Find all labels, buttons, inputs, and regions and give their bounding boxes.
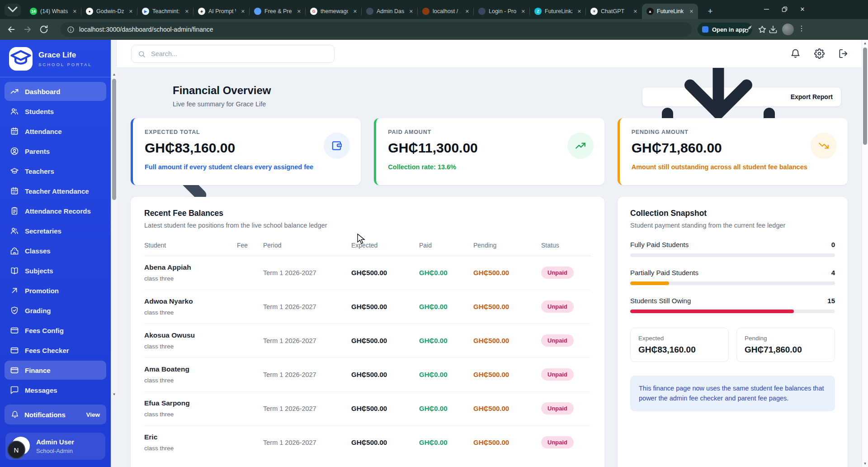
trenddown-icon xyxy=(811,133,837,159)
window-minimize-button[interactable] xyxy=(763,6,769,12)
pending-cell: GH₵500.00 xyxy=(473,303,541,310)
browser-reload-button[interactable] xyxy=(39,24,49,34)
expected-cell: GH₵500.00 xyxy=(351,269,419,276)
address-bar[interactable]: localhost:3000/dashboard/school-admin/fi… xyxy=(61,22,692,37)
sidebar-item-students[interactable]: Students xyxy=(5,102,106,121)
url-text: localhost:3000/dashboard/school-admin/fi… xyxy=(79,26,213,33)
export-report-button[interactable]: Export Report xyxy=(642,87,841,107)
sidebar-item-grading[interactable]: Grading xyxy=(5,301,106,320)
browser-tab[interactable]: Z FutureLinkz ✕ xyxy=(530,4,586,19)
tab-close-icon[interactable]: ✕ xyxy=(688,8,695,15)
password-key-icon[interactable] xyxy=(744,25,753,34)
stat-label: PAID AMOUNT xyxy=(388,129,592,135)
scroll-up-arrow-icon[interactable]: ▲ xyxy=(862,41,868,45)
paid-cell: GH₵0.00 xyxy=(419,303,473,310)
browser-tab[interactable]: ✳ ChatGPT ✕ xyxy=(586,4,642,19)
tab-close-icon[interactable]: ✕ xyxy=(127,8,135,15)
table-row[interactable]: Eric class three Term 1 2026-2027 GH₵500… xyxy=(144,426,591,459)
tab-close-icon[interactable]: ✕ xyxy=(351,8,359,15)
table-row[interactable]: Abena Appiah class three Term 1 2026-202… xyxy=(144,256,591,290)
expected-cell: GH₵500.00 xyxy=(351,303,419,310)
chevron-down-icon xyxy=(5,1,21,19)
browser-tab[interactable]: Login - Prom ✕ xyxy=(474,4,530,19)
browser-menu-icon[interactable]: ⋮ xyxy=(798,24,805,33)
sidebar-item-fees-checker[interactable]: Fees Checker xyxy=(5,341,106,360)
tab-close-icon[interactable]: ✕ xyxy=(71,8,79,15)
table-row[interactable]: Akosua Owusu class three Term 1 2026-202… xyxy=(144,324,591,358)
scroll-down-arrow-icon[interactable]: ▼ xyxy=(862,462,868,466)
recent-fee-balances-card: Recent Fee Balances Latest student fee p… xyxy=(131,197,604,467)
pending-cell: GH₵500.00 xyxy=(473,371,541,378)
tab-close-icon[interactable]: ✕ xyxy=(183,8,191,15)
user-card[interactable]: N Admin User School-Admin xyxy=(5,433,105,460)
progress-fill xyxy=(630,310,794,313)
header-bell-icon[interactable] xyxy=(790,48,801,59)
browser-tab[interactable]: localhost / 1 ✕ xyxy=(418,4,474,19)
browser-tab[interactable]: Admin Dash ✕ xyxy=(362,4,418,19)
sidebar-item-messages[interactable]: Messages xyxy=(5,381,106,400)
browser-profile-avatar[interactable] xyxy=(782,24,794,35)
browser-back-button[interactable] xyxy=(6,24,16,34)
download-icon[interactable] xyxy=(769,25,778,34)
table-row[interactable]: Adwoa Nyarko class three Term 1 2026-202… xyxy=(144,290,591,324)
table-row[interactable]: Ama Boateng class three Term 1 2026-2027… xyxy=(144,358,591,392)
tab-favicon: ✳ xyxy=(590,8,598,15)
metric-value: 4 xyxy=(831,269,835,276)
tab-close-icon[interactable]: ✕ xyxy=(239,8,247,15)
shieldcheck-icon xyxy=(10,306,19,315)
tab-close-icon[interactable]: ✕ xyxy=(632,8,639,15)
browser-tab[interactable]: ● Godwin-Dzo ✕ xyxy=(81,4,137,19)
metric-label: Partially Paid Students xyxy=(630,269,698,276)
browser-tab[interactable]: ◈ AI Prompt W ✕ xyxy=(193,4,250,19)
sidebar-item-teacher-attendance[interactable]: Teacher Attendance xyxy=(5,181,106,200)
bookmark-star-icon[interactable] xyxy=(758,25,767,34)
browser-tab[interactable]: G themewagon ✕ xyxy=(306,4,362,19)
stat-card: PAID AMOUNT GH₵11,300.00 Collection rate… xyxy=(374,118,604,185)
sidebar-item-secretaries[interactable]: Secretaries xyxy=(5,221,106,240)
sidebar-item-attendance[interactable]: Attendance xyxy=(5,122,106,141)
new-tab-button[interactable]: + xyxy=(704,5,716,17)
sidebar-item-attendance-records[interactable]: Attendance Records xyxy=(5,201,106,220)
header-logout-icon[interactable] xyxy=(838,48,849,59)
tab-close-icon[interactable]: ✕ xyxy=(463,8,471,15)
tab-search-button[interactable] xyxy=(5,4,21,16)
card-icon xyxy=(10,346,19,355)
browser-tab[interactable]: ▲ FutureLink - ✕ xyxy=(642,4,698,19)
period-cell: Term 1 2026-2027 xyxy=(263,269,351,276)
sidebar-item-notifications[interactable]: Notifications View xyxy=(5,405,106,424)
site-info-icon[interactable] xyxy=(67,26,75,33)
sidebar-item-parents[interactable]: Parents xyxy=(5,142,106,161)
bell-icon xyxy=(11,410,19,419)
tab-favicon: ● xyxy=(86,8,93,15)
notifications-view-button[interactable]: View xyxy=(86,411,100,418)
browser-tab[interactable]: ▶ Teachmint: B ✕ xyxy=(137,4,193,19)
paid-cell: GH₵0.00 xyxy=(419,337,473,344)
sidebar-item-promotion[interactable]: Promotion xyxy=(5,281,106,300)
sidebar-item-finance[interactable]: Finance xyxy=(5,361,106,380)
browser-tab[interactable]: Free & Prem ✕ xyxy=(250,4,306,19)
window-close-button[interactable]: ✕ xyxy=(799,6,806,12)
clipboard-icon xyxy=(10,206,19,215)
tab-close-icon[interactable]: ✕ xyxy=(407,8,415,15)
student-class: class three xyxy=(144,309,237,316)
sidebar-item-subjects[interactable]: Subjects xyxy=(5,261,106,280)
sidebar-item-dashboard[interactable]: Dashboard xyxy=(5,82,106,101)
tab-close-icon[interactable]: ✕ xyxy=(295,8,303,15)
tab-close-icon[interactable]: ✕ xyxy=(576,8,583,15)
search-box[interactable] xyxy=(131,45,335,63)
page-scrollbar-thumb[interactable] xyxy=(863,48,867,145)
sidebar-item-fees-config[interactable]: Fees Config xyxy=(5,321,106,340)
header-gear-icon[interactable] xyxy=(814,48,825,59)
sidebar-item-teachers[interactable]: Teachers xyxy=(5,162,106,181)
gradcap-icon xyxy=(10,167,19,176)
search-input[interactable] xyxy=(150,50,334,58)
page-scrollbar[interactable]: ▲ ▼ xyxy=(862,40,868,467)
wallet-icon xyxy=(324,133,350,159)
sidebar-item-classes[interactable]: Classes xyxy=(5,241,106,260)
table-row[interactable]: Efua Sarpong class three Term 1 2026-202… xyxy=(144,392,591,426)
tab-close-icon[interactable]: ✕ xyxy=(519,8,527,15)
status-badge: Unpaid xyxy=(541,267,574,279)
browser-forward-button[interactable] xyxy=(23,24,33,34)
window-restore-button[interactable] xyxy=(781,6,788,12)
browser-tab[interactable]: 14 (14) WhatsA ✕ xyxy=(25,4,81,19)
